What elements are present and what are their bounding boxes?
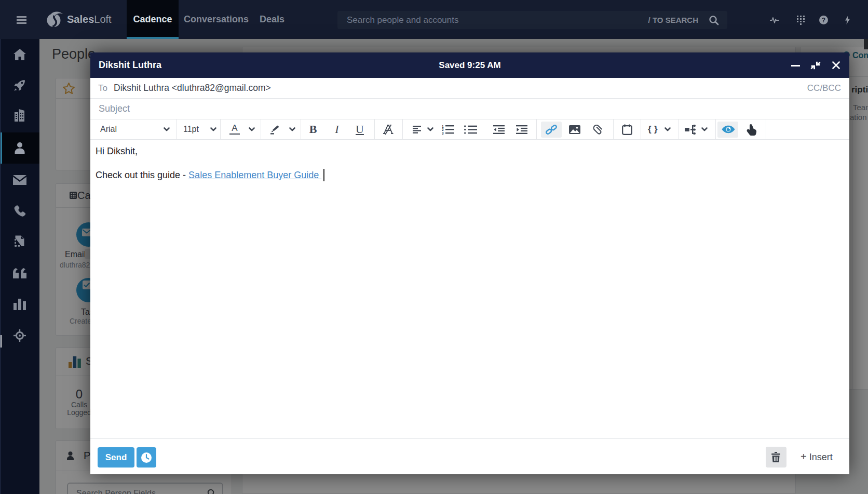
svg-text:?: ? xyxy=(822,17,825,24)
svg-text:3: 3 xyxy=(442,131,444,135)
